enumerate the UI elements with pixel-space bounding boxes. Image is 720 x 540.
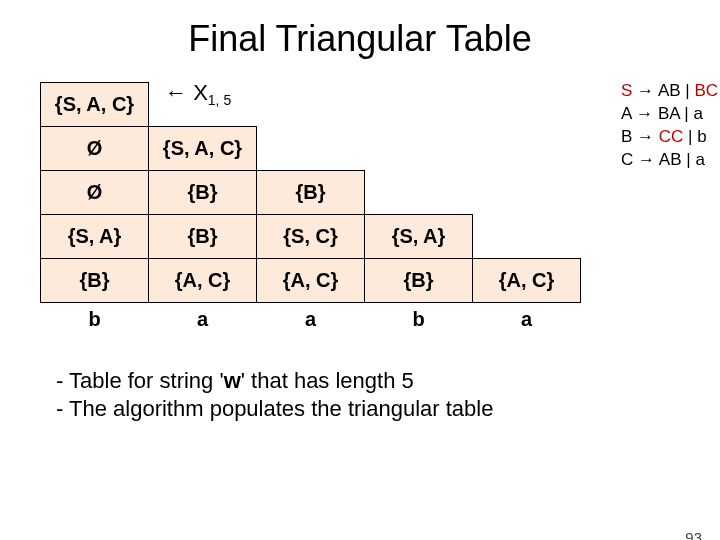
grammar-rhs1: AB bbox=[659, 150, 682, 169]
grammar-line: A → BA | a bbox=[621, 103, 718, 126]
grammar-rhs2: a bbox=[694, 104, 703, 123]
grammar-arrow: → bbox=[636, 104, 653, 123]
grammar-arrow: → bbox=[637, 81, 654, 100]
note-text: ' that has length 5 bbox=[241, 368, 414, 393]
cell-5-5: {A, C} bbox=[473, 259, 581, 303]
terminal-4: b bbox=[365, 303, 473, 337]
note-text: - Table for string ' bbox=[56, 368, 224, 393]
grammar-sep: | bbox=[684, 104, 688, 123]
notes: - Table for string 'w' that has length 5… bbox=[56, 367, 720, 424]
content-row: ← X1, 5 {S, A, C} Ø {S, A, C} bbox=[0, 82, 720, 337]
grammar-line: C → AB | a bbox=[621, 149, 718, 172]
cell-empty bbox=[473, 171, 581, 215]
annotation-arrow: ← bbox=[165, 80, 187, 105]
cell-1-2: {S, A} bbox=[41, 215, 149, 259]
cell-empty bbox=[473, 127, 581, 171]
slide-title: Final Triangular Table bbox=[0, 18, 720, 60]
table-row: {B} {A, C} {A, C} {B} {A, C} bbox=[41, 259, 581, 303]
grammar-rhs2: b bbox=[697, 127, 706, 146]
cell-empty bbox=[257, 127, 365, 171]
cell-3-4: {S, C} bbox=[257, 215, 365, 259]
grammar-line: B → CC | b bbox=[621, 126, 718, 149]
annotation-var: X bbox=[193, 80, 208, 105]
cell-empty bbox=[365, 171, 473, 215]
cell-1-3: Ø bbox=[41, 171, 149, 215]
table-row: {S, A} {B} {S, C} {S, A} bbox=[41, 215, 581, 259]
cell-2-4: {B} bbox=[149, 171, 257, 215]
table-row: Ø {B} {B} bbox=[41, 171, 581, 215]
cell-2-5: {S, A, C} bbox=[149, 127, 257, 171]
cell-2-2: {A, C} bbox=[149, 259, 257, 303]
cell-empty bbox=[365, 83, 473, 127]
terminal-1: b bbox=[41, 303, 149, 337]
terminal-row: b a a b a bbox=[41, 303, 581, 337]
grammar-lhs: C bbox=[621, 150, 633, 169]
note-line-2: - The algorithm populates the triangular… bbox=[56, 395, 720, 424]
grammar-sep: | bbox=[688, 127, 692, 146]
terminal-5: a bbox=[473, 303, 581, 337]
cell-empty bbox=[473, 83, 581, 127]
grammar-box: S → AB | BC A → BA | a B → CC | b C bbox=[621, 80, 718, 172]
grammar-rhs1: AB bbox=[658, 81, 681, 100]
annotation-sub: 1, 5 bbox=[208, 92, 231, 108]
cell-3-5: {B} bbox=[257, 171, 365, 215]
cell-empty bbox=[473, 215, 581, 259]
cell-4-4: {B} bbox=[365, 259, 473, 303]
cell-1-4: Ø bbox=[41, 127, 149, 171]
table-row: {S, A, C} bbox=[41, 83, 581, 127]
cell-1-5: {S, A, C} bbox=[41, 83, 149, 127]
note-line-1: - Table for string 'w' that has length 5 bbox=[56, 367, 720, 396]
slide: Final Triangular Table ← X1, 5 {S, A, C}… bbox=[0, 18, 720, 540]
grammar-rhs2: a bbox=[695, 150, 704, 169]
grammar-lhs: S bbox=[621, 81, 632, 100]
terminal-2: a bbox=[149, 303, 257, 337]
grammar-sep: | bbox=[686, 150, 690, 169]
grammar-line: S → AB | BC bbox=[621, 80, 718, 103]
triangular-table: {S, A, C} Ø {S, A, C} Ø {B} {B} bbox=[40, 82, 581, 337]
table-row: Ø {S, A, C} bbox=[41, 127, 581, 171]
grammar-lhs: A bbox=[621, 104, 631, 123]
cell-1-1: {B} bbox=[41, 259, 149, 303]
grammar-rhs1: CC bbox=[659, 127, 684, 146]
grammar-lhs: B bbox=[621, 127, 632, 146]
grammar-arrow: → bbox=[638, 150, 655, 169]
cell-3-3: {A, C} bbox=[257, 259, 365, 303]
cell-empty bbox=[365, 127, 473, 171]
cell-2-3: {B} bbox=[149, 215, 257, 259]
grammar-sep: | bbox=[685, 81, 689, 100]
cell-annotation: ← X1, 5 bbox=[165, 80, 231, 108]
cell-empty bbox=[257, 83, 365, 127]
table-wrap: ← X1, 5 {S, A, C} Ø {S, A, C} bbox=[40, 82, 581, 337]
terminal-3: a bbox=[257, 303, 365, 337]
page-number: 93 bbox=[685, 529, 702, 540]
note-w: w bbox=[224, 368, 241, 393]
grammar-arrow: → bbox=[637, 127, 654, 146]
grammar-rhs2: BC bbox=[694, 81, 718, 100]
cell-4-5: {S, A} bbox=[365, 215, 473, 259]
grammar-rhs1: BA bbox=[658, 104, 680, 123]
